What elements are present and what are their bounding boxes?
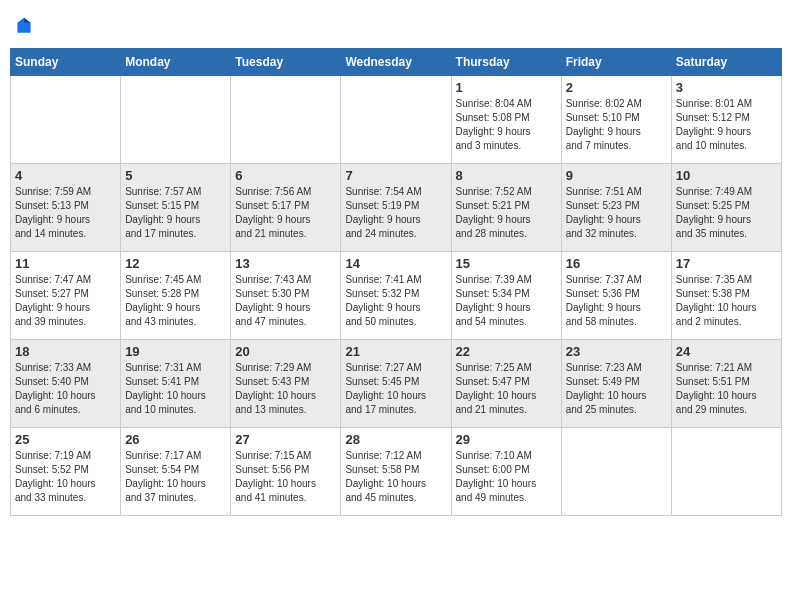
calendar-cell: 22Sunrise: 7:25 AM Sunset: 5:47 PM Dayli… — [451, 340, 561, 428]
day-info: Sunrise: 7:17 AM Sunset: 5:54 PM Dayligh… — [125, 449, 226, 505]
calendar-cell: 3Sunrise: 8:01 AM Sunset: 5:12 PM Daylig… — [671, 76, 781, 164]
day-number: 7 — [345, 168, 446, 183]
calendar-cell: 17Sunrise: 7:35 AM Sunset: 5:38 PM Dayli… — [671, 252, 781, 340]
calendar-cell: 6Sunrise: 7:56 AM Sunset: 5:17 PM Daylig… — [231, 164, 341, 252]
day-info: Sunrise: 7:56 AM Sunset: 5:17 PM Dayligh… — [235, 185, 336, 241]
day-number: 21 — [345, 344, 446, 359]
day-number: 15 — [456, 256, 557, 271]
day-info: Sunrise: 7:15 AM Sunset: 5:56 PM Dayligh… — [235, 449, 336, 505]
calendar-row-0: 1Sunrise: 8:04 AM Sunset: 5:08 PM Daylig… — [11, 76, 782, 164]
calendar-cell — [231, 76, 341, 164]
day-number: 6 — [235, 168, 336, 183]
day-number: 16 — [566, 256, 667, 271]
day-number: 19 — [125, 344, 226, 359]
calendar-cell: 24Sunrise: 7:21 AM Sunset: 5:51 PM Dayli… — [671, 340, 781, 428]
calendar-cell: 28Sunrise: 7:12 AM Sunset: 5:58 PM Dayli… — [341, 428, 451, 516]
day-number: 14 — [345, 256, 446, 271]
calendar-cell: 18Sunrise: 7:33 AM Sunset: 5:40 PM Dayli… — [11, 340, 121, 428]
calendar-cell: 21Sunrise: 7:27 AM Sunset: 5:45 PM Dayli… — [341, 340, 451, 428]
calendar-cell: 7Sunrise: 7:54 AM Sunset: 5:19 PM Daylig… — [341, 164, 451, 252]
weekday-header-tuesday: Tuesday — [231, 49, 341, 76]
calendar-cell — [671, 428, 781, 516]
day-info: Sunrise: 8:04 AM Sunset: 5:08 PM Dayligh… — [456, 97, 557, 153]
calendar-cell: 5Sunrise: 7:57 AM Sunset: 5:15 PM Daylig… — [121, 164, 231, 252]
day-number: 22 — [456, 344, 557, 359]
day-number: 26 — [125, 432, 226, 447]
day-info: Sunrise: 7:43 AM Sunset: 5:30 PM Dayligh… — [235, 273, 336, 329]
day-info: Sunrise: 7:39 AM Sunset: 5:34 PM Dayligh… — [456, 273, 557, 329]
day-number: 12 — [125, 256, 226, 271]
weekday-header-wednesday: Wednesday — [341, 49, 451, 76]
calendar-cell: 23Sunrise: 7:23 AM Sunset: 5:49 PM Dayli… — [561, 340, 671, 428]
calendar-cell: 25Sunrise: 7:19 AM Sunset: 5:52 PM Dayli… — [11, 428, 121, 516]
day-info: Sunrise: 7:59 AM Sunset: 5:13 PM Dayligh… — [15, 185, 116, 241]
day-number: 13 — [235, 256, 336, 271]
day-number: 29 — [456, 432, 557, 447]
day-info: Sunrise: 7:33 AM Sunset: 5:40 PM Dayligh… — [15, 361, 116, 417]
calendar-cell: 1Sunrise: 8:04 AM Sunset: 5:08 PM Daylig… — [451, 76, 561, 164]
day-info: Sunrise: 7:35 AM Sunset: 5:38 PM Dayligh… — [676, 273, 777, 329]
day-info: Sunrise: 7:57 AM Sunset: 5:15 PM Dayligh… — [125, 185, 226, 241]
day-info: Sunrise: 7:45 AM Sunset: 5:28 PM Dayligh… — [125, 273, 226, 329]
calendar-cell: 2Sunrise: 8:02 AM Sunset: 5:10 PM Daylig… — [561, 76, 671, 164]
day-number: 11 — [15, 256, 116, 271]
calendar-cell: 13Sunrise: 7:43 AM Sunset: 5:30 PM Dayli… — [231, 252, 341, 340]
weekday-header-monday: Monday — [121, 49, 231, 76]
day-number: 20 — [235, 344, 336, 359]
day-info: Sunrise: 7:12 AM Sunset: 5:58 PM Dayligh… — [345, 449, 446, 505]
day-info: Sunrise: 7:51 AM Sunset: 5:23 PM Dayligh… — [566, 185, 667, 241]
day-number: 24 — [676, 344, 777, 359]
day-info: Sunrise: 7:23 AM Sunset: 5:49 PM Dayligh… — [566, 361, 667, 417]
calendar-cell: 9Sunrise: 7:51 AM Sunset: 5:23 PM Daylig… — [561, 164, 671, 252]
day-info: Sunrise: 7:21 AM Sunset: 5:51 PM Dayligh… — [676, 361, 777, 417]
day-number: 28 — [345, 432, 446, 447]
weekday-header-sunday: Sunday — [11, 49, 121, 76]
calendar-cell: 16Sunrise: 7:37 AM Sunset: 5:36 PM Dayli… — [561, 252, 671, 340]
calendar-table: SundayMondayTuesdayWednesdayThursdayFrid… — [10, 48, 782, 516]
calendar-row-2: 11Sunrise: 7:47 AM Sunset: 5:27 PM Dayli… — [11, 252, 782, 340]
day-info: Sunrise: 7:37 AM Sunset: 5:36 PM Dayligh… — [566, 273, 667, 329]
page-header — [10, 10, 782, 42]
calendar-row-3: 18Sunrise: 7:33 AM Sunset: 5:40 PM Dayli… — [11, 340, 782, 428]
day-info: Sunrise: 7:27 AM Sunset: 5:45 PM Dayligh… — [345, 361, 446, 417]
day-number: 9 — [566, 168, 667, 183]
calendar-cell: 20Sunrise: 7:29 AM Sunset: 5:43 PM Dayli… — [231, 340, 341, 428]
day-info: Sunrise: 7:41 AM Sunset: 5:32 PM Dayligh… — [345, 273, 446, 329]
day-info: Sunrise: 7:31 AM Sunset: 5:41 PM Dayligh… — [125, 361, 226, 417]
day-info: Sunrise: 7:25 AM Sunset: 5:47 PM Dayligh… — [456, 361, 557, 417]
day-number: 10 — [676, 168, 777, 183]
calendar-cell: 29Sunrise: 7:10 AM Sunset: 6:00 PM Dayli… — [451, 428, 561, 516]
calendar-cell — [561, 428, 671, 516]
day-number: 27 — [235, 432, 336, 447]
day-number: 23 — [566, 344, 667, 359]
day-number: 4 — [15, 168, 116, 183]
day-number: 3 — [676, 80, 777, 95]
weekday-header-row: SundayMondayTuesdayWednesdayThursdayFrid… — [11, 49, 782, 76]
calendar-cell: 8Sunrise: 7:52 AM Sunset: 5:21 PM Daylig… — [451, 164, 561, 252]
calendar-cell: 27Sunrise: 7:15 AM Sunset: 5:56 PM Dayli… — [231, 428, 341, 516]
day-number: 25 — [15, 432, 116, 447]
day-number: 18 — [15, 344, 116, 359]
day-number: 17 — [676, 256, 777, 271]
day-info: Sunrise: 7:54 AM Sunset: 5:19 PM Dayligh… — [345, 185, 446, 241]
day-info: Sunrise: 7:10 AM Sunset: 6:00 PM Dayligh… — [456, 449, 557, 505]
day-info: Sunrise: 7:29 AM Sunset: 5:43 PM Dayligh… — [235, 361, 336, 417]
calendar-row-4: 25Sunrise: 7:19 AM Sunset: 5:52 PM Dayli… — [11, 428, 782, 516]
calendar-cell — [121, 76, 231, 164]
calendar-cell: 11Sunrise: 7:47 AM Sunset: 5:27 PM Dayli… — [11, 252, 121, 340]
calendar-cell: 12Sunrise: 7:45 AM Sunset: 5:28 PM Dayli… — [121, 252, 231, 340]
weekday-header-friday: Friday — [561, 49, 671, 76]
day-info: Sunrise: 7:52 AM Sunset: 5:21 PM Dayligh… — [456, 185, 557, 241]
logo — [14, 16, 36, 36]
day-number: 8 — [456, 168, 557, 183]
day-number: 2 — [566, 80, 667, 95]
calendar-cell: 19Sunrise: 7:31 AM Sunset: 5:41 PM Dayli… — [121, 340, 231, 428]
calendar-row-1: 4Sunrise: 7:59 AM Sunset: 5:13 PM Daylig… — [11, 164, 782, 252]
day-info: Sunrise: 7:49 AM Sunset: 5:25 PM Dayligh… — [676, 185, 777, 241]
logo-icon — [14, 16, 34, 36]
calendar-cell — [11, 76, 121, 164]
weekday-header-thursday: Thursday — [451, 49, 561, 76]
calendar-cell: 15Sunrise: 7:39 AM Sunset: 5:34 PM Dayli… — [451, 252, 561, 340]
day-info: Sunrise: 8:02 AM Sunset: 5:10 PM Dayligh… — [566, 97, 667, 153]
weekday-header-saturday: Saturday — [671, 49, 781, 76]
